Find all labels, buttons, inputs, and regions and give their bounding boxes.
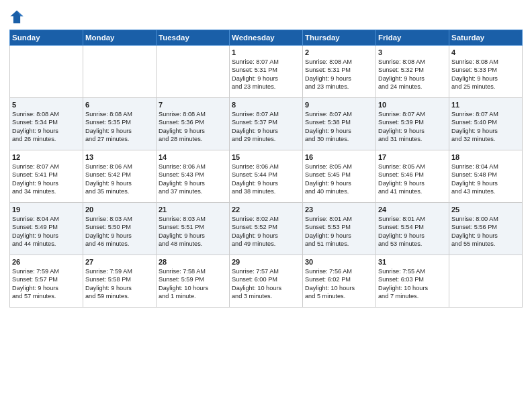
day-number: 5 [12,101,81,109]
day-number: 1 [232,48,300,56]
day-info: Sunrise: 8:08 AMSunset: 5:32 PMDaylight:… [378,58,447,91]
day-number: 10 [378,101,447,109]
day-info: Sunrise: 8:04 AMSunset: 5:48 PMDaylight:… [451,163,520,196]
day-info: Sunrise: 8:08 AMSunset: 5:35 PMDaylight:… [85,110,154,144]
day-number: 11 [451,101,520,109]
day-number: 15 [232,153,300,161]
day-number: 30 [305,258,373,266]
day-info: Sunrise: 8:04 AMSunset: 5:49 PMDaylight:… [12,215,81,248]
page-container: SundayMondayTuesdayWednesdayThursdayFrid… [0,0,532,411]
header [9,7,523,24]
logo-icon [9,9,24,24]
day-number: 26 [12,258,81,266]
day-number: 24 [378,205,447,214]
svg-marker-0 [10,10,23,23]
day-number: 19 [12,205,81,214]
day-cell [157,46,230,98]
day-cell: 28Sunrise: 7:58 AMSunset: 5:59 PMDayligh… [157,255,230,308]
day-cell: 11Sunrise: 8:07 AMSunset: 5:40 PMDayligh… [449,98,523,150]
day-header-sunday: Sunday [10,30,83,46]
day-number: 2 [305,48,373,56]
day-info: Sunrise: 8:07 AMSunset: 5:38 PMDaylight:… [305,110,373,144]
day-cell: 9Sunrise: 8:07 AMSunset: 5:38 PMDaylight… [303,98,376,150]
day-cell: 26Sunrise: 7:59 AMSunset: 5:57 PMDayligh… [10,255,83,308]
day-info: Sunrise: 8:07 AMSunset: 5:40 PMDaylight:… [451,110,520,144]
day-cell: 18Sunrise: 8:04 AMSunset: 5:48 PMDayligh… [449,150,523,203]
day-number: 22 [232,205,300,214]
day-number: 3 [378,48,447,56]
day-header-friday: Friday [376,30,449,46]
day-info: Sunrise: 8:03 AMSunset: 5:51 PMDaylight:… [159,215,227,248]
day-info: Sunrise: 8:01 AMSunset: 5:54 PMDaylight:… [378,215,447,248]
day-number: 25 [451,205,520,214]
day-info: Sunrise: 8:07 AMSunset: 5:39 PMDaylight:… [378,110,447,144]
day-cell: 22Sunrise: 8:02 AMSunset: 5:52 PMDayligh… [230,203,303,255]
day-cell: 5Sunrise: 8:08 AMSunset: 5:34 PMDaylight… [10,98,83,150]
header-row: SundayMondayTuesdayWednesdayThursdayFrid… [10,30,523,46]
day-info: Sunrise: 8:00 AMSunset: 5:56 PMDaylight:… [451,215,520,248]
day-info: Sunrise: 7:58 AMSunset: 5:59 PMDaylight:… [159,267,227,301]
day-cell [449,255,523,308]
day-number: 7 [159,101,227,109]
day-info: Sunrise: 7:59 AMSunset: 5:57 PMDaylight:… [12,267,81,301]
day-cell [83,46,157,98]
day-number: 27 [85,258,154,266]
day-number: 14 [159,153,227,161]
day-info: Sunrise: 8:08 AMSunset: 5:34 PMDaylight:… [12,110,81,144]
day-header-tuesday: Tuesday [157,30,230,46]
day-info: Sunrise: 8:07 AMSunset: 5:37 PMDaylight:… [232,110,300,144]
day-cell: 27Sunrise: 7:59 AMSunset: 5:58 PMDayligh… [83,255,157,308]
day-info: Sunrise: 8:05 AMSunset: 5:46 PMDaylight:… [378,163,447,196]
day-number: 18 [451,153,520,161]
day-cell: 29Sunrise: 7:57 AMSunset: 6:00 PMDayligh… [230,255,303,308]
day-number: 20 [85,205,154,214]
day-number: 13 [85,153,154,161]
day-header-saturday: Saturday [449,30,523,46]
day-cell [10,46,83,98]
day-cell: 31Sunrise: 7:55 AMSunset: 6:03 PMDayligh… [376,255,449,308]
week-row-1: 1Sunrise: 8:07 AMSunset: 5:31 PMDaylight… [10,46,523,98]
logo [9,9,26,24]
day-cell: 13Sunrise: 8:06 AMSunset: 5:42 PMDayligh… [83,150,157,203]
week-row-5: 26Sunrise: 7:59 AMSunset: 5:57 PMDayligh… [10,255,523,308]
day-cell: 30Sunrise: 7:56 AMSunset: 6:02 PMDayligh… [303,255,376,308]
day-cell: 8Sunrise: 8:07 AMSunset: 5:37 PMDaylight… [230,98,303,150]
week-row-4: 19Sunrise: 8:04 AMSunset: 5:49 PMDayligh… [10,203,523,255]
day-header-wednesday: Wednesday [230,30,303,46]
day-info: Sunrise: 8:05 AMSunset: 5:45 PMDaylight:… [305,163,373,196]
day-cell: 4Sunrise: 8:08 AMSunset: 5:33 PMDaylight… [449,46,523,98]
day-cell: 2Sunrise: 8:08 AMSunset: 5:31 PMDaylight… [303,46,376,98]
day-info: Sunrise: 8:06 AMSunset: 5:43 PMDaylight:… [159,163,227,196]
day-number: 16 [305,153,373,161]
day-number: 28 [159,258,227,266]
day-header-thursday: Thursday [303,30,376,46]
day-number: 17 [378,153,447,161]
day-cell: 14Sunrise: 8:06 AMSunset: 5:43 PMDayligh… [157,150,230,203]
day-cell: 23Sunrise: 8:01 AMSunset: 5:53 PMDayligh… [303,203,376,255]
day-cell: 3Sunrise: 8:08 AMSunset: 5:32 PMDaylight… [376,46,449,98]
day-cell: 1Sunrise: 8:07 AMSunset: 5:31 PMDaylight… [230,46,303,98]
day-cell: 6Sunrise: 8:08 AMSunset: 5:35 PMDaylight… [83,98,157,150]
day-info: Sunrise: 7:55 AMSunset: 6:03 PMDaylight:… [378,267,447,301]
day-cell: 15Sunrise: 8:06 AMSunset: 5:44 PMDayligh… [230,150,303,203]
day-info: Sunrise: 8:03 AMSunset: 5:50 PMDaylight:… [85,215,154,248]
calendar-body: 1Sunrise: 8:07 AMSunset: 5:31 PMDaylight… [10,46,523,308]
day-cell: 20Sunrise: 8:03 AMSunset: 5:50 PMDayligh… [83,203,157,255]
calendar-header: SundayMondayTuesdayWednesdayThursdayFrid… [10,30,523,46]
day-number: 12 [12,153,81,161]
day-number: 31 [378,258,447,266]
day-cell: 7Sunrise: 8:08 AMSunset: 5:36 PMDaylight… [157,98,230,150]
calendar: SundayMondayTuesdayWednesdayThursdayFrid… [9,30,523,308]
day-info: Sunrise: 8:01 AMSunset: 5:53 PMDaylight:… [305,215,373,248]
day-header-monday: Monday [83,30,157,46]
day-number: 23 [305,205,373,214]
day-cell: 21Sunrise: 8:03 AMSunset: 5:51 PMDayligh… [157,203,230,255]
day-cell: 25Sunrise: 8:00 AMSunset: 5:56 PMDayligh… [449,203,523,255]
day-number: 4 [451,48,520,56]
day-cell: 10Sunrise: 8:07 AMSunset: 5:39 PMDayligh… [376,98,449,150]
day-cell: 16Sunrise: 8:05 AMSunset: 5:45 PMDayligh… [303,150,376,203]
day-info: Sunrise: 8:08 AMSunset: 5:33 PMDaylight:… [451,58,520,91]
day-number: 6 [85,101,154,109]
day-cell: 24Sunrise: 8:01 AMSunset: 5:54 PMDayligh… [376,203,449,255]
day-info: Sunrise: 7:57 AMSunset: 6:00 PMDaylight:… [232,267,300,301]
